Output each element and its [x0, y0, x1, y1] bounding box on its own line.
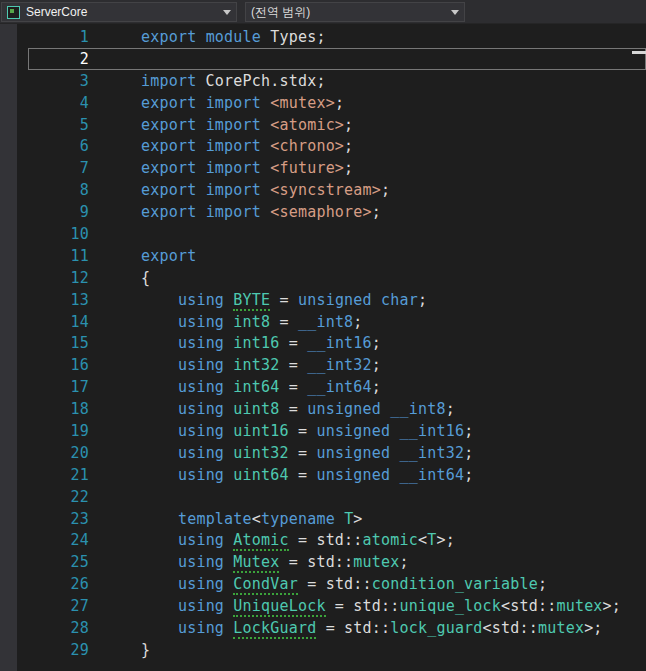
line-number[interactable]: 8 — [29, 181, 89, 199]
line-box[interactable]: 19 using uint16 = unsigned __int16; — [28, 420, 646, 442]
breakpoint-margin[interactable] — [0, 486, 28, 508]
breakpoint-margin[interactable] — [0, 551, 28, 573]
breakpoint-margin[interactable] — [0, 223, 28, 245]
line-box[interactable]: 26 using CondVar = std::condition_variab… — [28, 573, 646, 595]
line-box[interactable]: 5export import <atomic>; — [28, 114, 646, 136]
line-box[interactable]: 9export import <semaphore>; — [28, 201, 646, 223]
line-box[interactable]: 7export import <future>; — [28, 157, 646, 179]
line-number[interactable]: 17 — [29, 378, 89, 396]
breakpoint-margin[interactable] — [0, 617, 28, 639]
code-line[interactable]: 19 using uint16 = unsigned __int16; — [0, 420, 646, 442]
code-text[interactable]: using int16 = __int16; — [141, 334, 381, 352]
line-number[interactable]: 7 — [29, 159, 89, 177]
breakpoint-margin[interactable] — [0, 114, 28, 136]
project-dropdown[interactable]: ServerCore — [1, 2, 237, 22]
code-text[interactable]: using BYTE = unsigned char; — [141, 291, 427, 309]
line-box[interactable]: 3import CorePch.stdx; — [28, 70, 646, 92]
line-number[interactable]: 26 — [29, 575, 89, 593]
breakpoint-margin[interactable] — [0, 48, 28, 70]
line-box[interactable]: 27 using UniqueLock = std::unique_lock<s… — [28, 595, 646, 617]
code-text[interactable]: using int64 = __int64; — [141, 378, 381, 396]
code-text[interactable]: using uint64 = unsigned __int64; — [141, 466, 473, 484]
code-text[interactable]: using uint32 = unsigned __int32; — [141, 444, 473, 462]
code-text[interactable]: using CondVar = std::condition_variable; — [141, 575, 547, 593]
code-text[interactable]: export import <mutex>; — [141, 94, 344, 112]
code-line[interactable]: 29} — [0, 639, 646, 661]
code-line[interactable]: 9export import <semaphore>; — [0, 201, 646, 223]
code-line[interactable]: 7export import <future>; — [0, 157, 646, 179]
line-number[interactable]: 5 — [29, 116, 89, 134]
line-number[interactable]: 3 — [29, 72, 89, 90]
line-box[interactable]: 14 using int8 = __int8; — [28, 311, 646, 333]
line-number[interactable]: 22 — [29, 488, 89, 506]
code-text[interactable]: using int8 = __int8; — [141, 313, 363, 331]
code-text[interactable]: using uint8 = unsigned __int8; — [141, 400, 455, 418]
code-text[interactable]: using uint16 = unsigned __int16; — [141, 422, 473, 440]
code-area[interactable]: 1export module Types;23import CorePch.st… — [0, 26, 646, 661]
line-number[interactable]: 13 — [29, 291, 89, 309]
code-line[interactable]: 13 using BYTE = unsigned char; — [0, 289, 646, 311]
code-line[interactable]: 1export module Types; — [0, 26, 646, 48]
breakpoint-margin[interactable] — [0, 332, 28, 354]
breakpoint-margin[interactable] — [0, 420, 28, 442]
code-line[interactable]: 11export — [0, 245, 646, 267]
breakpoint-margin[interactable] — [0, 157, 28, 179]
code-text[interactable]: export import <syncstream>; — [141, 181, 390, 199]
line-number[interactable]: 15 — [29, 334, 89, 352]
breakpoint-margin[interactable] — [0, 201, 28, 223]
line-box[interactable]: 8export import <syncstream>; — [28, 179, 646, 201]
line-box[interactable]: 25 using Mutex = std::mutex; — [28, 551, 646, 573]
breakpoint-margin[interactable] — [0, 639, 28, 661]
breakpoint-margin[interactable] — [0, 92, 28, 114]
code-text[interactable]: import CorePch.stdx; — [141, 72, 326, 90]
line-box[interactable]: 29} — [28, 639, 646, 661]
breakpoint-margin[interactable] — [0, 70, 28, 92]
breakpoint-margin[interactable] — [0, 398, 28, 420]
line-number[interactable]: 23 — [29, 510, 89, 528]
breakpoint-margin[interactable] — [0, 354, 28, 376]
breakpoint-margin[interactable] — [0, 529, 28, 551]
code-text[interactable]: export import <semaphore>; — [141, 203, 381, 221]
code-text[interactable]: export import <atomic>; — [141, 116, 353, 134]
line-number[interactable]: 19 — [29, 422, 89, 440]
code-text[interactable]: using int32 = __int32; — [141, 356, 381, 374]
line-box[interactable]: 10 — [28, 223, 646, 245]
line-box[interactable]: 17 using int64 = __int64; — [28, 376, 646, 398]
vertical-scrollbar[interactable] — [632, 48, 646, 671]
scope-dropdown[interactable]: (전역 범위) — [245, 2, 465, 22]
line-number[interactable]: 6 — [29, 137, 89, 155]
code-line[interactable]: 6export import <chrono>; — [0, 135, 646, 157]
code-text[interactable]: { — [141, 269, 150, 287]
code-line[interactable]: 10 — [0, 223, 646, 245]
code-line[interactable]: 16 using int32 = __int32; — [0, 354, 646, 376]
code-line[interactable]: 28 using LockGuard = std::lock_guard<std… — [0, 617, 646, 639]
code-text[interactable]: using Mutex = std::mutex; — [141, 553, 409, 571]
line-box[interactable]: 12{ — [28, 267, 646, 289]
line-number[interactable]: 27 — [29, 597, 89, 615]
code-line[interactable]: 15 using int16 = __int16; — [0, 332, 646, 354]
line-box[interactable]: 24 using Atomic = std::atomic<T>; — [28, 529, 646, 551]
code-line[interactable]: 22 — [0, 486, 646, 508]
line-number[interactable]: 10 — [29, 225, 89, 243]
breakpoint-margin[interactable] — [0, 26, 28, 48]
code-line[interactable]: 4export import <mutex>; — [0, 92, 646, 114]
breakpoint-margin[interactable] — [0, 508, 28, 530]
line-number[interactable]: 28 — [29, 619, 89, 637]
code-text[interactable]: template<typename T> — [141, 510, 363, 528]
line-number[interactable]: 16 — [29, 356, 89, 374]
code-line[interactable]: 17 using int64 = __int64; — [0, 376, 646, 398]
code-text[interactable]: export import <future>; — [141, 159, 353, 177]
code-line[interactable]: 3import CorePch.stdx; — [0, 70, 646, 92]
line-box[interactable]: 20 using uint32 = unsigned __int32; — [28, 442, 646, 464]
line-number[interactable]: 9 — [29, 203, 89, 221]
code-text[interactable]: export — [141, 247, 196, 265]
line-number[interactable]: 21 — [29, 466, 89, 484]
breakpoint-margin[interactable] — [0, 289, 28, 311]
code-text[interactable]: } — [141, 641, 150, 659]
line-number[interactable]: 4 — [29, 94, 89, 112]
line-box[interactable]: 18 using uint8 = unsigned __int8; — [28, 398, 646, 420]
breakpoint-margin[interactable] — [0, 376, 28, 398]
code-line[interactable]: 25 using Mutex = std::mutex; — [0, 551, 646, 573]
code-line[interactable]: 14 using int8 = __int8; — [0, 311, 646, 333]
line-box[interactable]: 4export import <mutex>; — [28, 92, 646, 114]
